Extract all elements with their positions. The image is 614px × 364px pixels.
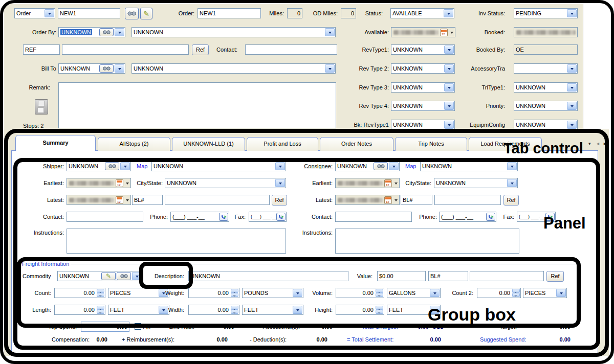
spin-up-icon[interactable] [376, 306, 383, 310]
chevron-down-icon[interactable] [389, 162, 399, 170]
consignee-earliest-date[interactable] [335, 178, 400, 188]
fix-checkbox[interactable] [135, 323, 141, 330]
chevron-down-icon[interactable] [325, 28, 335, 36]
weight-spinner[interactable]: 0.00 [188, 288, 239, 298]
ref-number-field[interactable] [62, 44, 189, 55]
dial-phone-button[interactable] [486, 213, 495, 221]
tab-scroll-right-icon[interactable]: ► [603, 141, 607, 146]
tab-list-icon[interactable]: ▾ [588, 141, 591, 146]
weight-unit-combo[interactable]: POUNDS [242, 288, 303, 298]
height-unit-combo[interactable]: FEET [387, 305, 441, 315]
width-unit-combo[interactable]: FEET [242, 305, 303, 315]
chevron-down-icon[interactable] [507, 162, 517, 170]
consignee-city-state-combo[interactable]: UNKNOWN [434, 178, 518, 188]
tab-summary[interactable]: Summary [15, 135, 96, 151]
shipper-city-state-combo[interactable]: UNKNOWN [165, 178, 286, 188]
tab-scroll-left-icon[interactable]: ◄ [596, 141, 600, 146]
volume-value[interactable]: 0.00 [336, 288, 375, 298]
spin-up-icon[interactable] [97, 289, 104, 293]
rev-type2-combo[interactable]: UNKNOWN [391, 63, 455, 74]
freight-bl-field[interactable] [470, 271, 544, 281]
search-binoculars-button[interactable] [99, 64, 114, 73]
chevron-down-icon[interactable] [444, 46, 454, 54]
chevron-down-icon[interactable] [444, 64, 454, 73]
chevron-down-icon[interactable] [444, 83, 454, 92]
chevron-down-icon[interactable] [124, 178, 130, 188]
consignee-latest-date[interactable] [335, 195, 400, 205]
order-id-field[interactable]: NEW1 [58, 8, 120, 18]
chevron-down-icon[interactable] [567, 64, 577, 73]
count2-value[interactable]: 0.00 [477, 288, 512, 298]
save-disk-icon[interactable] [35, 99, 48, 115]
order-by-code[interactable]: UNKNOWN [59, 28, 99, 37]
consignee-fax-field[interactable]: (___) ___-__ [517, 212, 556, 222]
calendar-icon[interactable] [384, 179, 392, 187]
calendar-icon[interactable] [440, 29, 448, 36]
bill-to-code[interactable]: UNKNOWN [59, 64, 99, 73]
chevron-down-icon[interactable] [115, 64, 124, 73]
consignee-name-combo[interactable]: UNKNOWN [420, 161, 518, 171]
bill-to-name-combo[interactable]: UNKNOWN [131, 63, 336, 74]
ref-button[interactable]: Ref [192, 44, 209, 55]
count-value[interactable]: 0.00 [55, 288, 96, 298]
spin-up-icon[interactable] [231, 289, 238, 293]
search-binoculars-button[interactable] [99, 28, 114, 36]
chevron-down-icon[interactable] [430, 289, 440, 297]
volume-spinner[interactable]: 0.00 [336, 288, 384, 298]
chevron-down-icon[interactable] [567, 121, 577, 129]
tab-order-notes[interactable]: Order Notes [320, 137, 393, 151]
count2-spinner[interactable]: 0.00 [477, 288, 521, 298]
inv-status-combo[interactable]: PENDING [514, 8, 578, 18]
consignee-ref-button[interactable]: Ref [503, 195, 519, 206]
chevron-down-icon[interactable] [567, 9, 577, 17]
consignee-bl-field[interactable] [434, 195, 501, 205]
revtype1-combo[interactable]: UNKNOWN [391, 44, 455, 55]
dial-fax-button[interactable] [276, 213, 286, 221]
remark-textarea[interactable] [58, 82, 336, 128]
consignee-bl-box[interactable]: BL# [401, 195, 432, 205]
chevron-down-icon[interactable] [275, 162, 285, 170]
chevron-down-icon[interactable] [293, 289, 302, 297]
shipper-lookup[interactable]: UNKNOWN [67, 161, 131, 171]
shipper-bl-field[interactable] [165, 195, 270, 205]
shipper-contact-field[interactable] [67, 212, 143, 222]
shipper-name-combo[interactable]: UNKNOWN [151, 161, 286, 171]
length-spinner[interactable]: 0.00 [54, 305, 105, 315]
spin-up-icon[interactable] [97, 306, 104, 310]
chevron-down-icon[interactable] [115, 28, 124, 36]
chevron-down-icon[interactable] [444, 121, 454, 129]
available-date-field[interactable] [391, 27, 455, 37]
order-value-field[interactable]: NEW1 [198, 8, 261, 18]
trltype1-combo[interactable]: UNKNOWN [514, 82, 578, 93]
consignee-instructions-textarea[interactable] [335, 229, 519, 254]
consignee-contact-field[interactable] [335, 212, 412, 222]
commodity-value[interactable]: UNKNOWN [58, 271, 101, 281]
width-spinner[interactable]: 0.00 [188, 305, 239, 315]
shipper-latest-date[interactable] [67, 195, 131, 205]
top-spend-field[interactable]: 0.00 [81, 322, 129, 332]
rev-type4-combo[interactable]: UNKNOWN [391, 101, 455, 111]
contact-field[interactable] [245, 44, 337, 55]
chevron-down-icon[interactable] [567, 102, 577, 110]
bill-to-lookup[interactable]: UNKNOWN [58, 63, 125, 74]
description-field[interactable]: UNKNOWN [188, 271, 348, 281]
volume-unit-combo[interactable]: GALLONS [387, 288, 441, 298]
height-value[interactable]: 0.00 [336, 305, 375, 314]
commodity-lookup[interactable]: UNKNOWN ✎ [57, 271, 143, 281]
chevron-down-icon[interactable] [132, 272, 142, 280]
chevron-down-icon[interactable] [45, 9, 54, 17]
chevron-down-icon[interactable] [444, 102, 454, 110]
consignee-title[interactable]: Consignee: [295, 163, 333, 170]
search-binoculars-button[interactable] [125, 8, 139, 19]
consignee-map-link[interactable]: Map [405, 163, 416, 169]
value-field[interactable]: $0.00 [377, 271, 426, 281]
shipper-ref-button[interactable]: Ref [272, 195, 287, 206]
shipper-bl-box[interactable]: BL# [132, 195, 163, 205]
chevron-down-icon[interactable] [293, 306, 302, 314]
chevron-down-icon[interactable] [444, 9, 453, 17]
spin-down-icon[interactable] [97, 310, 104, 314]
order-type-combo[interactable]: Order [14, 8, 55, 18]
chevron-down-icon[interactable] [507, 179, 517, 187]
shipper-fax-field[interactable]: (___) ___-__ [249, 212, 287, 222]
tab-trip-notes[interactable]: Trip Notes [395, 137, 467, 151]
